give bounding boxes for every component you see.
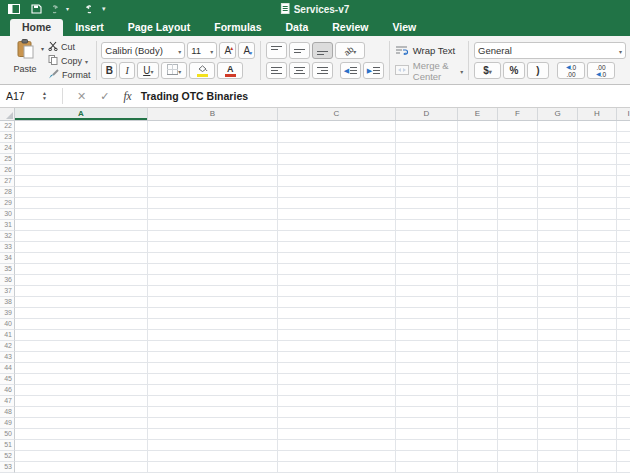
format-painter-button[interactable]: Format <box>48 68 91 82</box>
cell-G44[interactable] <box>538 363 578 374</box>
italic-button[interactable]: I <box>119 62 135 79</box>
cell-D51[interactable] <box>396 440 458 451</box>
cell-I31[interactable] <box>617 220 630 231</box>
cell-B32[interactable] <box>148 231 278 242</box>
cell-C25[interactable] <box>278 154 396 165</box>
cell-D33[interactable] <box>396 242 458 253</box>
row-header-31[interactable]: 31 <box>0 220 15 231</box>
row-header-45[interactable]: 45 <box>0 374 15 385</box>
borders-button[interactable] <box>161 62 187 79</box>
select-all-corner[interactable] <box>0 108 15 120</box>
paste-button[interactable]: ▾ Paste <box>6 39 44 82</box>
cell-E44[interactable] <box>458 363 498 374</box>
cell-I34[interactable] <box>617 253 630 264</box>
cell-B35[interactable] <box>148 264 278 275</box>
cell-E40[interactable] <box>458 319 498 330</box>
cell-C44[interactable] <box>278 363 396 374</box>
cell-H53[interactable] <box>578 462 617 473</box>
cut-button[interactable]: Cut <box>48 40 91 54</box>
cell-H44[interactable] <box>578 363 617 374</box>
cell-C32[interactable] <box>278 231 396 242</box>
cell-D41[interactable] <box>396 330 458 341</box>
enter-button[interactable]: ✓ <box>100 90 109 103</box>
cell-I24[interactable] <box>617 143 630 154</box>
cell-I26[interactable] <box>617 165 630 176</box>
cell-H40[interactable] <box>578 319 617 330</box>
cell-F38[interactable] <box>498 297 538 308</box>
cell-E37[interactable] <box>458 286 498 297</box>
cell-F40[interactable] <box>498 319 538 330</box>
cell-D47[interactable] <box>396 396 458 407</box>
cell-F36[interactable] <box>498 275 538 286</box>
grow-font-button[interactable]: A ▲ <box>219 42 236 59</box>
cell-I50[interactable] <box>617 429 630 440</box>
cell-B23[interactable] <box>148 132 278 143</box>
cell-E53[interactable] <box>458 462 498 473</box>
column-header-B[interactable]: B <box>148 108 278 120</box>
cell-A38[interactable] <box>15 297 148 308</box>
cell-E39[interactable] <box>458 308 498 319</box>
cell-H47[interactable] <box>578 396 617 407</box>
cell-F32[interactable] <box>498 231 538 242</box>
row-header-28[interactable]: 28 <box>0 187 15 198</box>
cell-G41[interactable] <box>538 330 578 341</box>
cell-I30[interactable] <box>617 209 630 220</box>
cell-G28[interactable] <box>538 187 578 198</box>
cell-B24[interactable] <box>148 143 278 154</box>
cell-C52[interactable] <box>278 451 396 462</box>
cell-I40[interactable] <box>617 319 630 330</box>
cell-C33[interactable] <box>278 242 396 253</box>
cell-F34[interactable] <box>498 253 538 264</box>
cell-B22[interactable] <box>148 121 278 132</box>
cell-A47[interactable] <box>15 396 148 407</box>
cell-C30[interactable] <box>278 209 396 220</box>
cell-I23[interactable] <box>617 132 630 143</box>
cell-C34[interactable] <box>278 253 396 264</box>
cell-D37[interactable] <box>396 286 458 297</box>
cell-D23[interactable] <box>396 132 458 143</box>
cell-F47[interactable] <box>498 396 538 407</box>
cell-D49[interactable] <box>396 418 458 429</box>
cancel-button[interactable]: ✕ <box>77 90 86 103</box>
row-header-32[interactable]: 32 <box>0 231 15 242</box>
cell-G45[interactable] <box>538 374 578 385</box>
cell-A33[interactable] <box>15 242 148 253</box>
cell-E52[interactable] <box>458 451 498 462</box>
cell-C29[interactable] <box>278 198 396 209</box>
row-header-34[interactable]: 34 <box>0 253 15 264</box>
decrease-decimal-button[interactable]: .00 ◀.0 <box>587 62 615 79</box>
cell-A43[interactable] <box>15 352 148 363</box>
cell-A41[interactable] <box>15 330 148 341</box>
number-format-select[interactable]: General <box>474 42 626 59</box>
orientation-button[interactable]: ab <box>335 42 365 59</box>
cell-A52[interactable] <box>15 451 148 462</box>
cell-I46[interactable] <box>617 385 630 396</box>
cell-C51[interactable] <box>278 440 396 451</box>
row-header-46[interactable]: 46 <box>0 385 15 396</box>
undo-button[interactable]: ▾ <box>53 4 69 14</box>
cell-H26[interactable] <box>578 165 617 176</box>
cell-B46[interactable] <box>148 385 278 396</box>
wrap-text-button[interactable]: Wrap Text <box>395 42 464 59</box>
cell-C42[interactable] <box>278 341 396 352</box>
cell-D35[interactable] <box>396 264 458 275</box>
tab-insert[interactable]: Insert <box>63 19 116 36</box>
cell-E45[interactable] <box>458 374 498 385</box>
cell-I52[interactable] <box>617 451 630 462</box>
cell-G40[interactable] <box>538 319 578 330</box>
cell-B36[interactable] <box>148 275 278 286</box>
cell-G46[interactable] <box>538 385 578 396</box>
cell-E41[interactable] <box>458 330 498 341</box>
cell-C38[interactable] <box>278 297 396 308</box>
cell-D32[interactable] <box>396 231 458 242</box>
cell-G48[interactable] <box>538 407 578 418</box>
cell-E27[interactable] <box>458 176 498 187</box>
cell-F35[interactable] <box>498 264 538 275</box>
formula-input[interactable]: Trading OTC Binaries <box>141 90 248 102</box>
row-header-39[interactable]: 39 <box>0 308 15 319</box>
cell-C41[interactable] <box>278 330 396 341</box>
cell-I22[interactable] <box>617 121 630 132</box>
cell-G37[interactable] <box>538 286 578 297</box>
cell-I47[interactable] <box>617 396 630 407</box>
cell-F45[interactable] <box>498 374 538 385</box>
